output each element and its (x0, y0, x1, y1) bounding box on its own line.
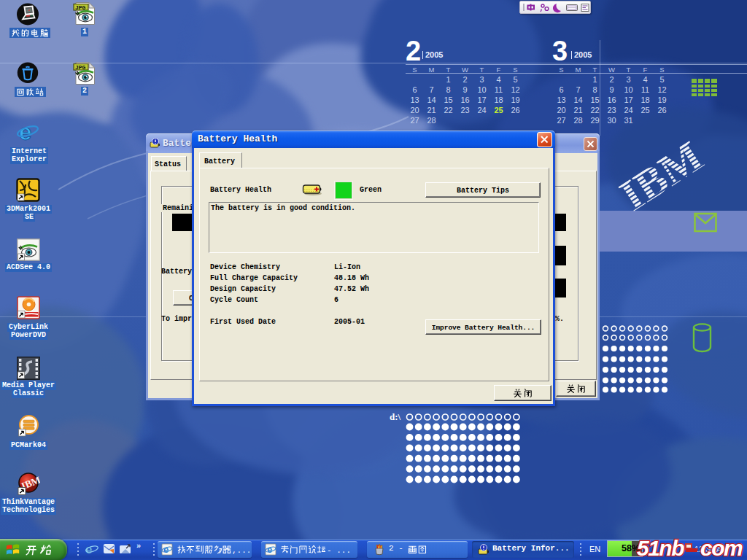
svg-text:JPG: JPG (75, 64, 86, 71)
svg-text:,...: ,... (232, 546, 249, 555)
svg-text:e: e (267, 544, 272, 555)
svg-text:IBM: IBM (611, 132, 711, 220)
svg-text:com: com (700, 537, 743, 560)
svg-text:- ...: - ... (327, 546, 351, 555)
svg-text:JPG: JPG (75, 4, 86, 11)
svg-text:51nb: 51nb (637, 537, 684, 560)
svg-text:e: e (163, 544, 169, 555)
svg-text:e: e (19, 120, 31, 144)
